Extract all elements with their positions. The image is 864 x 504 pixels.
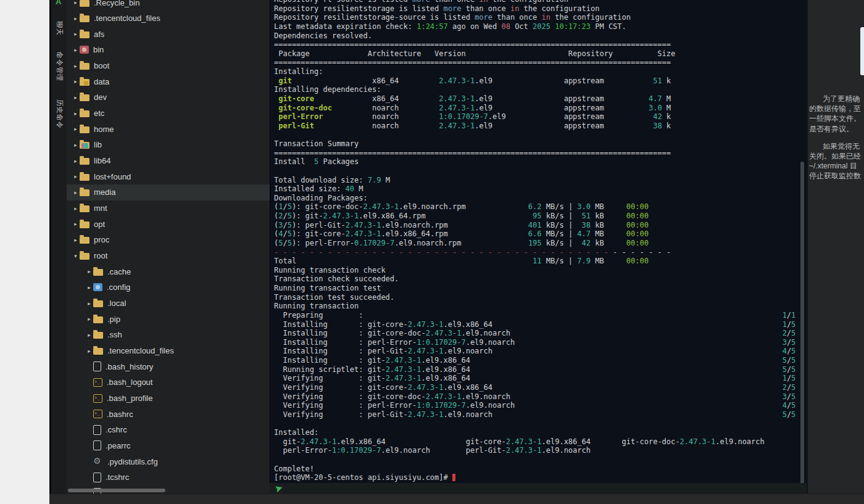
tree-item-label: lib [94,140,102,149]
chevron-right-icon[interactable]: ▸ [72,189,80,196]
terminal-vertical-scrollbar[interactable] [800,162,804,484]
tree-item-label: .pip [107,315,120,324]
tree-item-label: lib64 [94,156,110,165]
chevron-right-icon[interactable]: ▸ [72,63,80,69]
activity-tab-1[interactable]: 命令管理 [54,52,64,81]
tree-item-.pydistutils.cfg[interactable]: .pydistutils.cfg [67,453,270,469]
chevron-right-icon[interactable]: ▸ [85,332,93,338]
tree-item-lib[interactable]: ▸lib [67,137,270,153]
tree-item-home[interactable]: ▸home [67,121,270,137]
tree-item-.tencentcloud_files[interactable]: ▸.tencentcloud_files [67,343,270,359]
terminal-cursor [452,474,455,481]
tree-item-.bash_profile[interactable]: .bash_profile [67,390,270,407]
folder-icon [80,221,89,228]
folder-icon [80,110,89,117]
tree-item-.cshrc[interactable]: .cshrc [67,422,270,438]
tree-item-proc[interactable]: ▸proc [67,232,270,248]
tree-item-label: .pydistutils.cfg [107,457,158,466]
chevron-right-icon[interactable]: ▸ [72,0,80,6]
tree-item-etc[interactable]: ▸etc [67,105,270,122]
chevron-right-icon[interactable]: ▸ [85,316,93,322]
tree-item-label: .local [107,299,126,308]
tree-item-lost+found[interactable]: ▸lost+found [67,168,270,184]
folder-icon [80,174,89,181]
bottom-strip [49,494,864,504]
tree-item-label: .bash_logout [107,378,152,387]
tree-item-label: root [94,251,107,260]
tree-item-.config[interactable]: ▸.config [67,279,270,295]
activity-tab-0[interactable]: 聊天 [54,21,64,36]
sidebar-horizontal-scrollbar[interactable] [68,489,165,492]
folder-icon [80,31,89,38]
tree-item-lib64[interactable]: ▸lib64 [67,153,270,169]
folder-icon [80,63,89,70]
tree-item-.cache[interactable]: ▸.cache [67,263,270,279]
tree-item-media[interactable]: ▸media [67,184,270,200]
config-icon [93,283,102,291]
tree-item-label: etc [94,109,104,118]
chevron-right-icon[interactable]: ▸ [72,94,80,101]
tree-item-root[interactable]: ▾root [67,248,270,264]
gear-icon [93,457,103,466]
tree-item-label: mnt [94,204,107,213]
tree-item-label: .bash_history [106,362,153,371]
chevron-right-icon[interactable]: ▸ [72,78,80,85]
notice-line: 停止获取监控数 [808,171,864,181]
ai-logo-icon[interactable]: A [56,0,61,6]
folder-icon [93,332,103,339]
data-icon [80,79,89,86]
tree-item-.bash_logout[interactable]: .bash_logout [67,374,270,390]
chevron-right-icon[interactable]: ▸ [72,110,80,117]
tree-item-.Recycle_bin[interactable]: ▸.Recycle_bin [67,0,270,10]
tree-item-data[interactable]: ▸data [67,73,270,89]
tree-item-.pip[interactable]: ▸.pip [67,311,270,327]
tree-item-mnt[interactable]: ▸mnt [67,200,270,217]
notice-line: 的数据传输，至 [808,104,864,114]
chevron-right-icon[interactable]: ▸ [72,173,80,180]
tree-item-.tencentcloud_files[interactable]: ▸.tencentcloud_files [67,10,270,27]
activity-tab-2[interactable]: 历史命令 [54,99,64,129]
tree-item-label: afs [94,30,104,39]
tree-item-.local[interactable]: ▸.local [67,295,270,312]
tree-item-.bash_history[interactable]: .bash_history [67,358,270,374]
chevron-right-icon[interactable]: ▸ [85,268,93,275]
folder-icon [93,316,103,323]
folder-icon [80,158,89,165]
tree-item-dev[interactable]: ▸dev [67,89,270,105]
chevron-right-icon[interactable]: ▸ [72,47,80,53]
chevron-right-icon[interactable]: ▸ [72,142,80,148]
tree-item-.tcshrc[interactable]: .tcshrc [67,469,270,485]
file-icon [93,425,101,435]
folder-icon [80,15,89,22]
chevron-right-icon[interactable]: ▸ [72,31,80,37]
tree-item-bin[interactable]: ▸bin [67,42,270,58]
tree-item-label: opt [94,220,105,229]
chevron-right-icon[interactable]: ▸ [85,300,93,307]
chevron-right-icon[interactable]: ▸ [72,158,80,164]
tree-item-.ssh[interactable]: ▸.ssh [67,327,270,343]
tree-item-label: .config [107,283,130,292]
edge-scrollbar-thumb[interactable] [860,27,864,75]
chevron-right-icon[interactable]: ▸ [72,205,80,212]
tree-item-label: .ssh [107,330,122,339]
tree-item-boot[interactable]: ▸boot [67,58,270,74]
chevron-right-icon[interactable]: ▸ [85,284,93,291]
send-icon[interactable] [276,485,283,492]
chevron-right-icon[interactable]: ▸ [72,221,80,227]
folder-icon [80,237,89,244]
tree-item-.pearrc[interactable]: .pearrc [67,437,270,453]
tree-item-.bashrc[interactable]: .bashrc [67,406,270,422]
tree-item-label: .tcshrc [106,473,129,482]
chevron-right-icon[interactable]: ▸ [72,15,80,22]
tree-item-label: .bash_profile [107,394,152,403]
script-icon [93,378,102,387]
chevron-right-icon[interactable]: ▸ [72,126,80,132]
chevron-right-icon[interactable]: ▸ [72,237,80,243]
chevron-down-icon[interactable]: ▾ [72,253,80,259]
folder-icon [80,94,89,101]
chevron-right-icon[interactable]: ▸ [85,348,93,354]
background-window [0,0,50,504]
tree-item-afs[interactable]: ▸afs [67,26,270,42]
tree-item-opt[interactable]: ▸opt [67,216,270,232]
terminal-panel[interactable]: Repository rt-source is listed more than… [270,0,807,483]
